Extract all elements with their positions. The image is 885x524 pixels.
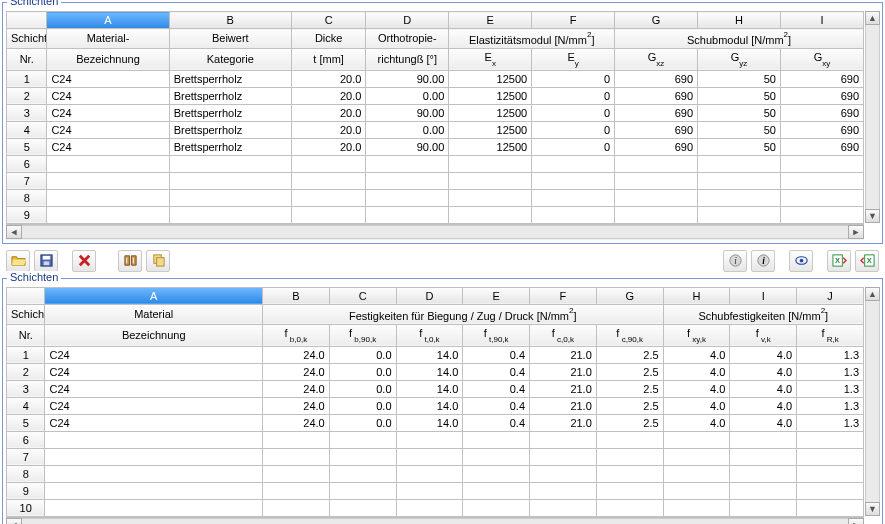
scroll-down-icon[interactable]: ▼ <box>865 209 880 223</box>
row-header[interactable]: 10 <box>7 499 45 516</box>
cell-ft90[interactable]: 0.4 <box>463 363 530 380</box>
row-header[interactable]: 7 <box>7 448 45 465</box>
scroll-track-v[interactable] <box>865 25 880 209</box>
cell-ft0[interactable] <box>396 431 463 448</box>
cell-gxy[interactable] <box>780 172 863 189</box>
table-row[interactable]: 2C2424.00.014.00.421.02.54.04.01.3 <box>7 363 864 380</box>
cell-material[interactable] <box>47 172 169 189</box>
cell-ortho[interactable]: 0.00 <box>366 87 449 104</box>
cell-fxy[interactable] <box>663 499 730 516</box>
cell-fv[interactable]: 4.0 <box>730 380 797 397</box>
cell-gxy[interactable] <box>780 206 863 223</box>
cell-gyz[interactable]: 50 <box>698 104 781 121</box>
cell-fxy[interactable] <box>663 448 730 465</box>
cell-fb90[interactable] <box>329 431 396 448</box>
table-row[interactable]: 1C2424.00.014.00.421.02.54.04.01.3 <box>7 346 864 363</box>
row-header[interactable]: 9 <box>7 206 47 223</box>
scroll-left-icon[interactable]: ◄ <box>6 518 22 524</box>
scroll-down-icon[interactable]: ▼ <box>865 502 880 516</box>
cell-kategorie[interactable] <box>169 206 291 223</box>
cell-ft90[interactable] <box>463 499 530 516</box>
table-row[interactable]: 3C24Brettsperrholz20.090.001250006905069… <box>7 104 864 121</box>
table-row[interactable]: 5C24Brettsperrholz20.090.001250006905069… <box>7 138 864 155</box>
cell-kategorie[interactable]: Brettsperrholz <box>169 70 291 87</box>
cell-gxy[interactable]: 690 <box>780 138 863 155</box>
cell-gxz[interactable]: 690 <box>615 138 698 155</box>
cell-t[interactable] <box>291 206 365 223</box>
cell-fb0[interactable]: 24.0 <box>262 397 329 414</box>
cell-material[interactable]: C24 <box>47 121 169 138</box>
col2-A[interactable]: A <box>45 287 263 304</box>
row-header[interactable]: 7 <box>7 172 47 189</box>
col-I[interactable]: I <box>780 12 863 29</box>
cell-fr[interactable] <box>797 448 864 465</box>
cell-ft0[interactable]: 14.0 <box>396 397 463 414</box>
cell-gyz[interactable]: 50 <box>698 70 781 87</box>
cell-ex[interactable]: 12500 <box>449 138 532 155</box>
cell-fc0[interactable]: 21.0 <box>530 414 597 431</box>
cell-fb90[interactable] <box>329 482 396 499</box>
cell-fb0[interactable]: 24.0 <box>262 414 329 431</box>
cell-fv[interactable] <box>730 465 797 482</box>
cell-ft90[interactable]: 0.4 <box>463 414 530 431</box>
table-row[interactable]: 8 <box>7 189 864 206</box>
col2-C[interactable]: C <box>329 287 396 304</box>
cell-material[interactable] <box>45 482 263 499</box>
cell-material[interactable]: C24 <box>47 70 169 87</box>
cell-fb90[interactable] <box>329 499 396 516</box>
cell-ft0[interactable] <box>396 465 463 482</box>
cell-ey[interactable] <box>532 155 615 172</box>
cell-fb0[interactable]: 24.0 <box>262 346 329 363</box>
col-G[interactable]: G <box>615 12 698 29</box>
cell-gxz[interactable]: 690 <box>615 104 698 121</box>
col-F[interactable]: F <box>532 12 615 29</box>
cell-ex[interactable] <box>449 189 532 206</box>
cell-fv[interactable]: 4.0 <box>730 397 797 414</box>
cell-fv[interactable] <box>730 431 797 448</box>
cell-t[interactable]: 20.0 <box>291 70 365 87</box>
vscroll-1[interactable]: ▲ ▼ <box>865 11 880 223</box>
cell-fxy[interactable] <box>663 482 730 499</box>
col2-B[interactable]: B <box>262 287 329 304</box>
cell-ft90[interactable] <box>463 482 530 499</box>
grid-1[interactable]: A B C D E F G H I Schicht Material- Beiw… <box>6 11 864 224</box>
cell-fc0[interactable] <box>530 499 597 516</box>
cell-ft0[interactable]: 14.0 <box>396 380 463 397</box>
cell-ft90[interactable] <box>463 465 530 482</box>
cell-kategorie[interactable]: Brettsperrholz <box>169 87 291 104</box>
cell-ex[interactable]: 12500 <box>449 70 532 87</box>
cell-fc90[interactable]: 2.5 <box>596 346 663 363</box>
col2-F[interactable]: F <box>530 287 597 304</box>
cell-fxy[interactable]: 4.0 <box>663 363 730 380</box>
cell-ex[interactable]: 12500 <box>449 121 532 138</box>
cell-fxy[interactable] <box>663 465 730 482</box>
cell-fv[interactable] <box>730 482 797 499</box>
cell-gyz[interactable] <box>698 189 781 206</box>
cell-ortho[interactable] <box>366 155 449 172</box>
cell-fr[interactable] <box>797 465 864 482</box>
cell-fxy[interactable] <box>663 431 730 448</box>
cell-gyz[interactable] <box>698 155 781 172</box>
cell-fr[interactable] <box>797 431 864 448</box>
row-header[interactable]: 8 <box>7 465 45 482</box>
cell-fxy[interactable]: 4.0 <box>663 397 730 414</box>
cell-gxz[interactable]: 690 <box>615 70 698 87</box>
row-header[interactable]: 5 <box>7 138 47 155</box>
col2-G[interactable]: G <box>596 287 663 304</box>
delete-button[interactable] <box>72 250 96 272</box>
col-A[interactable]: A <box>47 12 169 29</box>
cell-ex[interactable] <box>449 155 532 172</box>
cell-fb90[interactable]: 0.0 <box>329 397 396 414</box>
cell-ortho[interactable]: 0.00 <box>366 121 449 138</box>
cell-ortho[interactable]: 90.00 <box>366 138 449 155</box>
cell-fr[interactable] <box>797 499 864 516</box>
cell-gyz[interactable]: 50 <box>698 138 781 155</box>
cell-t[interactable] <box>291 172 365 189</box>
cell-gyz[interactable]: 50 <box>698 121 781 138</box>
col2-J[interactable]: J <box>797 287 864 304</box>
cell-kategorie[interactable] <box>169 155 291 172</box>
cell-fc90[interactable] <box>596 499 663 516</box>
cell-fr[interactable] <box>797 482 864 499</box>
scroll-left-icon[interactable]: ◄ <box>6 225 22 239</box>
row-header[interactable]: 5 <box>7 414 45 431</box>
